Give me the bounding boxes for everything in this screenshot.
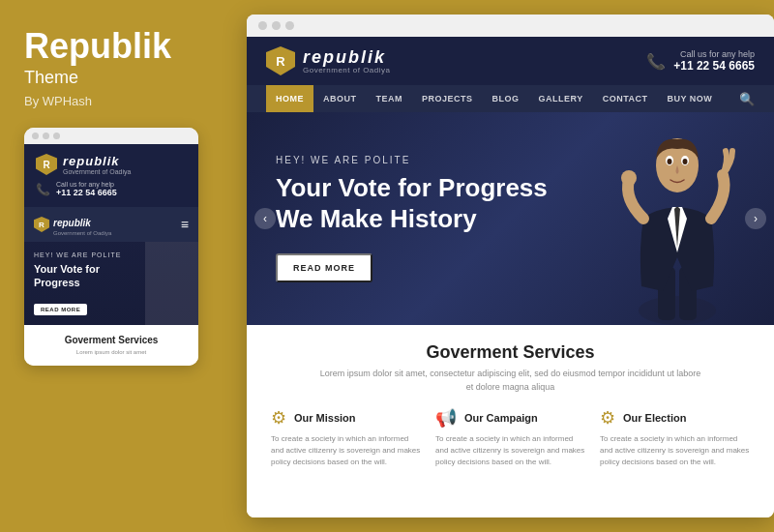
nav-item-gallery[interactable]: GALLERY	[529, 85, 593, 112]
mobile-logo-text: republik Government of Oadiya	[63, 154, 131, 175]
services-title: Goverment Services	[271, 342, 750, 363]
service-icon: ⚙	[271, 407, 286, 429]
mobile-contact-number: +11 22 54 6665	[56, 188, 117, 197]
mobile-logo-main: republik	[63, 154, 131, 168]
desktop-logo-sub: Government of Oadiya	[303, 66, 390, 74]
mobile-nav-logo-area: R republik Government of Oadiya	[34, 213, 111, 236]
mobile-dot-2	[43, 133, 49, 139]
mobile-hero-bg	[145, 242, 198, 325]
theme-subtitle: Theme	[24, 68, 208, 88]
hero-person-figure	[610, 122, 745, 325]
nav-item-blog[interactable]: BLOG	[483, 85, 529, 112]
mobile-logo-area: R republik Government of Oadiya	[36, 154, 187, 175]
mobile-services-title: Goverment Services	[34, 335, 189, 345]
desktop-titlebar	[247, 15, 774, 37]
service-icon-row: ⚙ Our Election	[600, 407, 750, 429]
hero-title-line2: We Make History	[276, 204, 477, 233]
mobile-contact: 📞 Call us for any help +11 22 54 6665	[36, 181, 187, 197]
services-desc: Lorem ipsum dolor sit amet, consectetur …	[317, 368, 704, 394]
mobile-nav-logo: republik Government of Oadiya	[53, 213, 111, 236]
mobile-logo-shield: R	[36, 154, 57, 175]
desktop-phone-icon: 📞	[646, 52, 666, 71]
service-item-2: ⚙ Our Election To create a society in wh…	[600, 407, 750, 468]
mobile-nav-logo-sub: Government of Oadiya	[53, 230, 111, 236]
phone-icon: 📞	[36, 183, 50, 196]
desktop-contact-area: 📞 Call us for any help +11 22 54 6665	[646, 49, 755, 73]
service-icon-row: ⚙ Our Mission	[271, 407, 421, 429]
hero-content: HEY! WE ARE POLITE Your Vote for Progres…	[276, 155, 548, 281]
nav-item-about[interactable]: ABOUT	[313, 85, 367, 112]
services-grid: ⚙ Our Mission To create a society in whi…	[271, 407, 750, 468]
mobile-contact-text: Call us for any help +11 22 54 6665	[56, 181, 117, 197]
desktop-services: Goverment Services Lorem ipsum dolor sit…	[247, 325, 774, 517]
desktop-dot-2	[272, 21, 281, 30]
hero-read-more-button[interactable]: READ MORE	[276, 253, 372, 282]
mobile-titlebar	[24, 128, 198, 144]
desktop-logo-text-area: republik Government of Oadiya	[303, 48, 390, 74]
desktop-dot-1	[258, 21, 267, 30]
mobile-preview: R republik Government of Oadiya 📞 Call u…	[24, 128, 198, 366]
left-panel: Republik Theme By WPHash R republik Gove…	[0, 0, 232, 532]
hero-title: Your Vote for Progress We Make History	[276, 173, 548, 233]
service-name: Our Election	[623, 412, 686, 424]
svg-point-7	[668, 159, 672, 164]
desktop-logo-main: republik	[303, 48, 390, 66]
desktop-phone-number: +11 22 54 6665	[673, 59, 755, 73]
svg-point-0	[639, 296, 716, 325]
hero-person-svg	[614, 132, 740, 325]
desktop-nav: HOME ABOUT TEAM PROJECTS BLOG GALLERY CO…	[247, 85, 774, 112]
desktop-preview: R republik Government of Oadiya 📞 Call u…	[247, 15, 774, 517]
desktop-logo-area: R republik Government of Oadiya	[266, 46, 390, 75]
hamburger-icon[interactable]: ≡	[181, 217, 189, 232]
mobile-contact-label: Call us for any help	[56, 181, 117, 188]
mobile-logo-sub: Government of Oadiya	[63, 168, 131, 175]
hero-title-line1: Your Vote for Progress	[276, 173, 548, 202]
search-icon[interactable]: 🔍	[739, 92, 755, 106]
mobile-hero: HEY! WE ARE POLITE Your Vote for Progres…	[24, 242, 198, 325]
mobile-nav-shield: R	[34, 217, 49, 232]
hero-tagline: HEY! WE ARE POLITE	[276, 155, 548, 165]
service-name: Our Mission	[294, 412, 356, 424]
service-icon: ⚙	[600, 407, 615, 429]
desktop-call-label: Call us for any help	[673, 49, 755, 59]
theme-by: By WPHash	[24, 94, 208, 108]
desktop-logo-shield: R	[266, 46, 295, 75]
service-text: To create a society in which an informed…	[600, 433, 750, 468]
mobile-hero-title: Your Vote for Progress	[34, 262, 131, 290]
mobile-services-desc: Lorem ipsum dolor sit amet	[34, 348, 189, 356]
nav-item-contact[interactable]: CONTACT	[593, 85, 658, 112]
mobile-nav: R republik Government of Oadiya ≡	[24, 207, 198, 242]
service-item-0: ⚙ Our Mission To create a society in whi…	[271, 407, 421, 468]
desktop-hero: ‹ HEY! WE ARE POLITE Your Vote for Progr…	[247, 112, 774, 325]
service-item-1: 📢 Our Campaign To create a society in wh…	[435, 407, 585, 468]
mobile-dot-1	[32, 133, 39, 139]
mobile-services: Goverment Services Lorem ipsum dolor sit…	[24, 325, 198, 366]
service-text: To create a society in which an informed…	[435, 433, 585, 468]
nav-item-home[interactable]: HOME	[266, 85, 313, 112]
nav-item-buynow[interactable]: BUY NOW	[658, 85, 723, 112]
service-text: To create a society in which an informed…	[271, 433, 421, 468]
nav-item-team[interactable]: TEAM	[367, 85, 413, 112]
service-name: Our Campaign	[464, 412, 538, 424]
nav-item-projects[interactable]: PROJECTS	[412, 85, 483, 112]
services-header: Goverment Services Lorem ipsum dolor sit…	[271, 342, 750, 394]
mobile-header: R republik Government of Oadiya 📞 Call u…	[24, 144, 198, 207]
svg-point-3	[621, 170, 637, 186]
mobile-nav-logo-text: republik	[53, 218, 91, 228]
service-icon: 📢	[435, 407, 457, 429]
carousel-prev-button[interactable]: ‹	[254, 208, 276, 229]
mobile-read-more-button[interactable]: READ MORE	[34, 304, 87, 315]
theme-title: Republik	[24, 29, 208, 64]
carousel-next-button[interactable]: ›	[745, 208, 766, 229]
mobile-dot-3	[53, 133, 60, 139]
svg-point-8	[683, 159, 688, 164]
desktop-contact-info: Call us for any help +11 22 54 6665	[673, 49, 755, 73]
service-icon-row: 📢 Our Campaign	[435, 407, 585, 429]
desktop-dot-3	[285, 21, 294, 30]
desktop-header: R republik Government of Oadiya 📞 Call u…	[247, 37, 774, 85]
